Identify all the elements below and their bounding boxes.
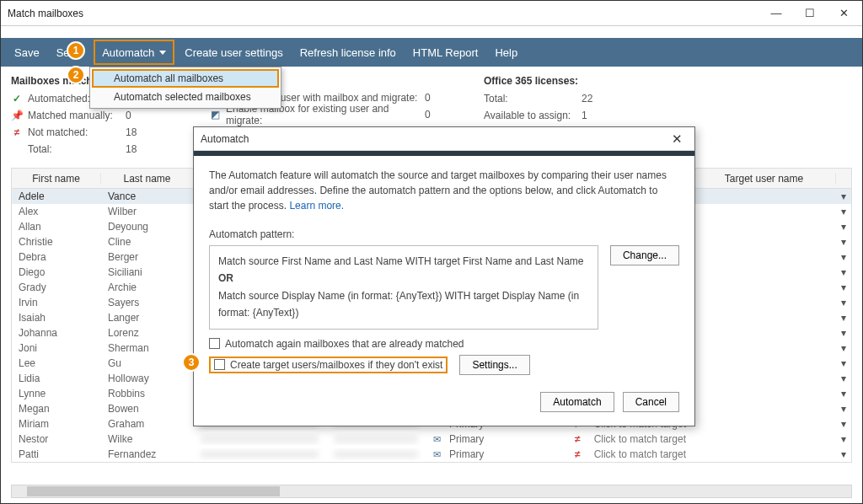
submenu-automatch-selected[interactable]: Automatch selected mailboxes (92, 88, 279, 106)
col-target-user[interactable]: Target user name (693, 173, 836, 185)
cell-last-name: Wilke (101, 433, 194, 445)
automatch-pattern-box: Match source First Name and Last Name WI… (209, 245, 598, 330)
blurred-text (201, 435, 319, 443)
enable-mailbox-value: 0 (425, 109, 450, 121)
row-dropdown-arrow[interactable]: ▾ (836, 388, 851, 399)
row-dropdown-arrow[interactable]: ▾ (836, 448, 851, 460)
matched-manually-value: 0 (126, 110, 151, 121)
cell-first-name: Lee (12, 357, 101, 369)
pattern-line-2: Match source Display Name (in format: {A… (218, 287, 589, 322)
checkbox-automatch-again-label: Automatch again mailboxes that are alrea… (225, 338, 464, 350)
scrollbar-thumb[interactable] (27, 486, 280, 496)
row-dropdown-arrow[interactable]: ▾ (836, 266, 851, 278)
blurred-text (201, 450, 319, 458)
table-row[interactable]: NestorWilke✉Primary≠Click to match targe… (12, 432, 851, 447)
row-dropdown-arrow[interactable]: ▾ (836, 327, 851, 339)
cell-last-name: Holloway (101, 373, 194, 384)
checkbox-icon[interactable] (209, 338, 220, 349)
table-row[interactable]: PattiFernandez✉Primary≠Click to match ta… (12, 447, 851, 462)
row-dropdown-arrow[interactable]: ▾ (836, 418, 851, 430)
menu-html-report[interactable]: HTML Report (405, 38, 487, 67)
cell-last-name: Cline (101, 236, 194, 248)
automatch-pattern-label: Automatch pattern: (209, 228, 679, 240)
row-dropdown-arrow[interactable]: ▾ (836, 190, 851, 202)
menu-save[interactable]: Save (6, 38, 48, 67)
automatch-button[interactable]: Automatch (540, 392, 614, 412)
menubar: Save Selec Automatch Create user setting… (1, 38, 862, 67)
cell-first-name: Megan (12, 403, 101, 415)
total-label: Total: (28, 143, 121, 155)
mailbox-type: Primary (449, 448, 484, 460)
row-dropdown-arrow[interactable]: ▾ (836, 312, 851, 324)
menu-refresh-license[interactable]: Refresh license info (292, 38, 405, 67)
not-equal-icon: ≠ (570, 433, 586, 445)
col-first-name[interactable]: First name (12, 173, 101, 185)
check-icon: ✓ (11, 93, 23, 105)
cell-last-name: Fernandez (101, 448, 194, 460)
checkbox-icon[interactable] (214, 359, 225, 370)
cell-first-name: Debra (12, 251, 101, 263)
cell-middle: ✉Primary≠Click to match target (194, 448, 693, 460)
cell-first-name: Miriam (12, 418, 101, 430)
blurred-text (334, 435, 418, 443)
row-dropdown-arrow[interactable]: ▾ (836, 297, 851, 308)
row-dropdown-arrow[interactable]: ▾ (836, 281, 851, 293)
row-dropdown-arrow[interactable]: ▾ (836, 403, 851, 415)
o365-total-value: 22 (582, 93, 607, 105)
horizontal-scrollbar[interactable] (11, 485, 852, 498)
dialog-close-button[interactable]: ✕ (667, 131, 688, 147)
submenu-automatch-all[interactable]: Automatch all mailboxes (92, 69, 279, 88)
dialog-title: Automatch (201, 133, 249, 145)
checkbox-create-target-row[interactable]: Create target users/mailboxes if they do… (209, 357, 448, 373)
row-dropdown-arrow[interactable]: ▾ (836, 357, 851, 369)
cancel-button[interactable]: Cancel (623, 392, 679, 412)
menu-create-user-settings[interactable]: Create user settings (176, 38, 291, 67)
cell-last-name: Bowen (101, 403, 194, 415)
o365-total-label: Total: (484, 93, 576, 105)
cell-last-name: Siciliani (101, 266, 194, 278)
maximize-button[interactable]: ☐ (798, 5, 822, 22)
window-title: Match mailboxes (8, 8, 764, 19)
row-dropdown-arrow[interactable]: ▾ (836, 236, 851, 248)
dialog-description: The Automatch feature will automatch the… (209, 168, 679, 213)
row-dropdown-arrow[interactable]: ▾ (836, 206, 851, 217)
not-equal-icon: ≠ (11, 126, 23, 138)
cell-first-name: Lidia (12, 373, 101, 384)
menu-help[interactable]: Help (486, 38, 526, 67)
close-button[interactable]: ✕ (832, 5, 855, 22)
o365-avail-value: 1 (582, 110, 607, 121)
row-dropdown-arrow[interactable]: ▾ (836, 433, 851, 445)
pin-icon: 📌 (11, 110, 23, 121)
row-dropdown-arrow[interactable]: ▾ (836, 342, 851, 354)
cell-last-name: Deyoung (101, 221, 194, 233)
callout-badge-3: 3 (182, 353, 201, 372)
cell-last-name: Gu (101, 357, 194, 369)
click-to-match[interactable]: Click to match target (594, 433, 686, 445)
pattern-line-1: Match source First Name and Last Name WI… (218, 253, 589, 270)
change-button[interactable]: Change... (610, 245, 679, 265)
row-dropdown-arrow[interactable]: ▾ (836, 221, 851, 233)
not-equal-icon: ≠ (570, 448, 586, 460)
o365-licenses-title: Office 365 licenses: (484, 75, 652, 87)
cell-first-name: Christie (12, 236, 101, 248)
learn-more-link[interactable]: Learn more. (289, 200, 344, 212)
cell-middle: ✉Primary≠Click to match target (194, 433, 693, 445)
cell-last-name: Vance (101, 190, 194, 202)
settings-button[interactable]: Settings... (459, 355, 529, 375)
col-last-name[interactable]: Last name (101, 173, 194, 185)
create-new-user-value: 0 (425, 92, 450, 104)
cell-first-name: Diego (12, 266, 101, 278)
cell-first-name: Patti (12, 448, 101, 460)
cell-first-name: Irvin (12, 297, 101, 308)
minimize-button[interactable]: — (764, 5, 788, 22)
cell-last-name: Langer (101, 312, 194, 324)
checkbox-automatch-again-row[interactable]: Automatch again mailboxes that are alrea… (209, 338, 679, 350)
cell-last-name: Graham (101, 418, 194, 430)
cell-last-name: Sayers (101, 297, 194, 308)
click-to-match[interactable]: Click to match target (594, 448, 686, 460)
menu-automatch[interactable]: Automatch (94, 40, 174, 65)
cell-first-name: Johanna (12, 327, 101, 339)
row-dropdown-arrow[interactable]: ▾ (836, 373, 851, 384)
row-dropdown-arrow[interactable]: ▾ (836, 251, 851, 263)
cell-last-name: Wilber (101, 206, 194, 217)
